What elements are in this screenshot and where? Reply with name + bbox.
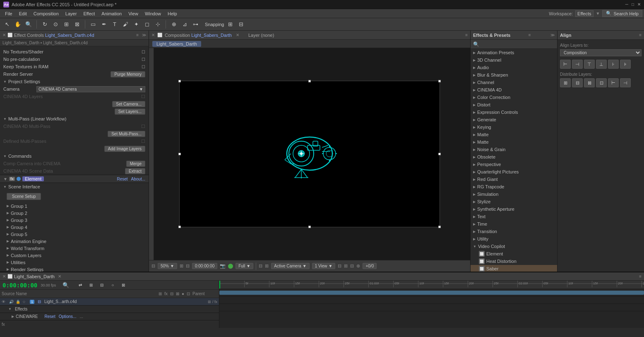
menu-layer[interactable]: Layer [62, 10, 80, 17]
snap-btn-2[interactable]: ⊟ [237, 20, 246, 29]
eraser-tool[interactable]: ◻ [142, 20, 151, 29]
effect-category-item[interactable]: ▼Video Copilot [471, 243, 557, 250]
maximize-button[interactable]: □ [632, 2, 634, 7]
clock-icon[interactable]: ⊕ [356, 263, 360, 269]
menu-help[interactable]: Help [164, 10, 180, 17]
align-right-btn[interactable]: ⊤ [584, 60, 595, 69]
dist-right-btn[interactable]: ⊠ [584, 78, 595, 87]
group-item[interactable]: ▶Group 2 [0, 209, 149, 217]
menu-composition[interactable]: Composition [30, 10, 62, 17]
cineware-options-btn[interactable]: Options... [59, 314, 77, 319]
effects-expand-icon[interactable]: ≫ [550, 33, 555, 37]
minimize-button[interactable]: ─ [625, 2, 628, 7]
panel-close-btn[interactable]: ✕ [2, 33, 6, 37]
group-item[interactable]: ▶Group 1 [0, 202, 149, 209]
dist-left-btn[interactable]: ⊞ [560, 78, 571, 87]
snapshot-icon[interactable]: ⊟ [350, 263, 354, 269]
view-count-selector[interactable]: 1 View ▼ [312, 263, 336, 269]
cinema4d-layers-checkbox[interactable]: ☐ [141, 94, 145, 99]
dist-bottom-btn[interactable]: ⊣ [620, 78, 631, 87]
element-collapse-arrow[interactable]: ▼ [3, 177, 7, 181]
window-controls[interactable]: ─ □ ✕ [625, 2, 641, 7]
no-precalc-checkbox[interactable]: ☐ [142, 57, 145, 62]
effect-category-item[interactable]: ▶Audio [471, 64, 557, 71]
effect-category-item[interactable]: ▶Text [471, 213, 557, 220]
workspace-select[interactable]: Effects [575, 10, 593, 17]
align-to-select[interactable]: Composition [560, 49, 642, 56]
tl-btn-2[interactable]: ⊞ [87, 281, 96, 290]
tl-btn-1[interactable]: ⇄ [76, 281, 85, 290]
grid-icon[interactable]: ⊞ [265, 263, 269, 269]
camera-icon[interactable]: 📷 [220, 263, 226, 269]
align-hcenter-btn[interactable]: ⊣ [572, 60, 583, 69]
comp-close-icon[interactable]: ✕ [236, 33, 239, 37]
effect-category-item[interactable]: ▶Animation Presets [471, 49, 557, 56]
set-layers-btn[interactable]: Set Layers... [115, 108, 145, 115]
effect-category-item[interactable]: ▶Obsolete [471, 153, 557, 161]
keep-textures-checkbox[interactable]: ☐ [142, 65, 145, 69]
cineware-expand-arrow[interactable]: ▶ [12, 315, 14, 318]
merge-btn[interactable]: Merge [126, 161, 145, 167]
tl-layer-name[interactable]: Light_S...arth.c4d [44, 299, 206, 304]
tl-lock[interactable]: 🔒 [16, 300, 21, 304]
text-tool[interactable]: T [110, 20, 119, 29]
composition-tab[interactable]: Composition Light_Sabers_Darth [165, 33, 232, 38]
camera-rotate-tool[interactable]: ↻ [40, 20, 49, 29]
camera-pan-tool[interactable]: ⊞ [62, 20, 71, 29]
effect-category-item[interactable]: ▶Matte [471, 138, 557, 146]
defined-multipasses-checkbox[interactable]: ☐ [141, 139, 145, 144]
effect-category-item[interactable]: ▶RG Trapcode [471, 183, 557, 190]
vt-icon-2[interactable]: ⊟ [186, 263, 190, 269]
tl-btn-5[interactable]: ⊠ [119, 281, 128, 290]
effect-category-item[interactable]: ▶Perspective [471, 161, 557, 168]
element-reset-btn[interactable]: Reset [117, 177, 127, 181]
menu-file[interactable]: File [2, 10, 16, 17]
select-tool[interactable]: ↖ [2, 20, 12, 29]
comp-panel-close[interactable]: ✕ [151, 33, 155, 37]
effect-category-item[interactable]: ▶Blur & Sharpen [471, 71, 557, 79]
align-vcenter-btn[interactable]: ⊦ [608, 60, 619, 69]
clone-tool[interactable]: ✦ [132, 20, 141, 29]
layer-tab[interactable]: Layer (none) [248, 33, 274, 38]
tl-search-icon[interactable]: 🔍 [62, 282, 69, 288]
effect-category-item[interactable]: ▶Synthetic Aperture [471, 205, 557, 213]
tl-shy[interactable]: ☆ [22, 300, 28, 304]
snap-btn-1[interactable]: ⊞ [226, 20, 235, 29]
group-item[interactable]: ▶World Transform [0, 245, 149, 252]
handle-bottom-right[interactable] [438, 226, 441, 228]
effect-category-item[interactable]: ▶Stylize [471, 198, 557, 205]
camera-select[interactable]: CINEMA 4D Camera ▼ [36, 86, 145, 92]
comp-menu-icon[interactable]: ≡ [465, 33, 468, 37]
handle-right-mid[interactable] [438, 153, 441, 155]
effect-sub-item[interactable]: ⬜Element [471, 250, 557, 258]
timeline-menu[interactable]: ≡ [639, 274, 642, 279]
element-about-btn[interactable]: About... [131, 177, 145, 181]
effect-category-item[interactable]: ▶Distort [471, 101, 557, 108]
effects-menu-icon[interactable]: ≡ [529, 33, 531, 37]
panel-menu-icon[interactable]: ≡ [136, 33, 139, 37]
zoom-tool[interactable]: 🔍 [24, 20, 33, 29]
effect-category-item[interactable]: ▶Noise & Grain [471, 146, 557, 153]
plus-minus-display[interactable]: +0/0 [363, 263, 377, 269]
multipass-section[interactable]: ▼ Multi-Pass (Linear Workflow) [0, 115, 149, 123]
handle-bottom-mid[interactable] [308, 226, 311, 228]
effects-search-input[interactable] [481, 42, 555, 47]
handle-top-mid[interactable] [308, 80, 311, 82]
align-left-btn[interactable]: ⊢ [560, 60, 571, 69]
handle-top-right[interactable] [438, 80, 441, 82]
set-multipass-btn[interactable]: Set Multi-Pass... [108, 131, 145, 137]
vt-icon-1[interactable]: ⊞ [180, 263, 183, 269]
purge-memory-btn[interactable]: Purge Memory [111, 71, 145, 77]
effect-category-item[interactable]: ▶Time [471, 220, 557, 228]
align-tab[interactable]: Align [560, 33, 572, 38]
set-camera-btn[interactable]: Set Camera... [112, 101, 145, 107]
menu-edit[interactable]: Edit [16, 10, 30, 17]
layer-bar[interactable] [219, 291, 644, 295]
scene-setup-btn[interactable]: Scene Setup [7, 193, 41, 200]
effect-category-item[interactable]: ▶Matte [471, 131, 557, 138]
timeline-tab-close[interactable]: ✕ [58, 274, 61, 279]
group-item[interactable]: ▶Group 3 [0, 217, 149, 224]
skew-tool[interactable]: ⊿ [180, 20, 189, 29]
dist-vcenter-btn[interactable]: ⊢ [608, 78, 619, 87]
pen-tool[interactable]: ✒ [99, 20, 108, 29]
